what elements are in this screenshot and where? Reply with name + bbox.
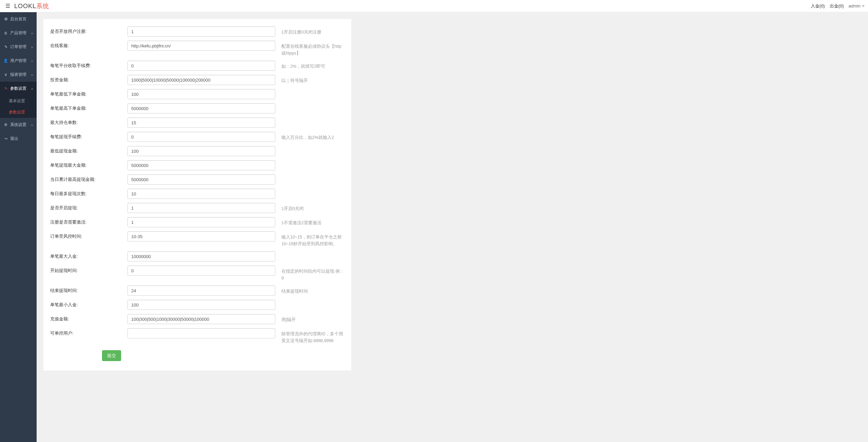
sidebar-item-0[interactable]: ❂后台首页: [0, 12, 37, 26]
nav-icon: ❂: [3, 17, 8, 21]
form-panel: 是否开放用户注册:1开启注册0关闭注册在线客服:配置在线客服必须协议头【http…: [43, 19, 351, 371]
submenu: 基本设置参数设置: [0, 96, 37, 118]
sidebar-item-1[interactable]: B产品管理▸: [0, 26, 37, 40]
caret-down-icon: [862, 5, 865, 7]
form-label: 单笔最小入金:: [50, 300, 127, 308]
form-input-18[interactable]: [127, 300, 275, 310]
form-input-wrap: [127, 286, 275, 296]
sidebar-link[interactable]: ⚙系统设置▸: [0, 118, 37, 132]
sidebar-item-3[interactable]: 👤用户管理▸: [0, 54, 37, 68]
form-input-wrap: [127, 300, 275, 310]
chevron-right-icon: ▸: [32, 73, 33, 77]
sidebar-link[interactable]: ❂后台首页: [0, 12, 37, 26]
form-input-2[interactable]: [127, 61, 275, 71]
form-help: 输入10~15，则订单在平仓之前10~15秒开始受到风控影响。: [275, 231, 344, 247]
form-input-20[interactable]: [127, 328, 275, 338]
form-help: 结束提现时间: [275, 286, 344, 295]
sidebar-item-7[interactable]: ↪退出: [0, 132, 37, 146]
chevron-right-icon: ▸: [32, 123, 33, 127]
form-row-8: 最低提现金额:: [50, 146, 344, 156]
form-row-2: 每笔平台收取手续费:如：2%，就填写2即可: [50, 61, 344, 71]
form-help: 1开启注册0关闭注册: [275, 26, 344, 36]
submenu-item-1[interactable]: 参数设置: [0, 107, 37, 118]
form-input-7[interactable]: [127, 132, 275, 142]
sidebar-item-6[interactable]: ⚙系统设置▸: [0, 118, 37, 132]
form-label: 单笔最大入金:: [50, 251, 127, 259]
form-input-wrap: [127, 61, 275, 71]
form-row-16: 开始提现时间:在指定的时间段内可以提现 例：9: [50, 266, 344, 281]
menu-toggle-icon[interactable]: ☰: [3, 3, 12, 9]
form-label: 单笔提现最大金额:: [50, 160, 127, 168]
form-help: 除管理员外的代理商ID，多个用英文逗号隔开如:8888,9999: [275, 328, 344, 344]
form-input-11[interactable]: [127, 189, 275, 199]
form-row-20: 可单控用户:除管理员外的代理商ID，多个用英文逗号隔开如:8888,9999: [50, 328, 344, 344]
form-input-9[interactable]: [127, 160, 275, 170]
sidebar-link[interactable]: ↪退出: [0, 132, 37, 146]
form-help: 在指定的时间段内可以提现 例：9: [275, 266, 344, 281]
form-input-0[interactable]: [127, 26, 275, 37]
form-input-4[interactable]: [127, 89, 275, 99]
form-input-14[interactable]: [127, 231, 275, 241]
form-row-13: 注册是否需要激活:1不需激活2需要激活: [50, 217, 344, 227]
nav-icon: ✎: [3, 45, 8, 49]
form-input-13[interactable]: [127, 217, 275, 227]
nav-icon: ↪: [3, 136, 8, 141]
form-label: 每日最多提现次数:: [50, 189, 127, 197]
form-input-6[interactable]: [127, 118, 275, 128]
form-help: [275, 160, 344, 163]
submenu-link[interactable]: 参数设置: [0, 107, 37, 118]
form-label: 最大持仓单数:: [50, 118, 127, 126]
sidebar-link[interactable]: B产品管理▸: [0, 26, 37, 40]
form-label: 当日累计最高提现金额:: [50, 174, 127, 183]
form-help: [275, 300, 344, 302]
form-help: [275, 189, 344, 191]
form-help: 1开启0关闭: [275, 203, 344, 212]
form-input-17[interactable]: [127, 286, 275, 296]
form-row-7: 每笔提现手续费:输入百分比，如2%就输入2: [50, 132, 344, 142]
submenu-item-0[interactable]: 基本设置: [0, 96, 37, 107]
nav-icon: ⚙: [3, 123, 8, 127]
form-input-8[interactable]: [127, 146, 275, 156]
deposit-link[interactable]: 入金(0): [811, 3, 825, 9]
form-input-wrap: [127, 26, 275, 37]
submenu-link[interactable]: 基本设置: [0, 96, 37, 107]
form-help: 1不需激活2需要激活: [275, 217, 344, 226]
form-help: [275, 146, 344, 148]
form-row-18: 单笔最小入金:: [50, 300, 344, 310]
form-label: 单笔最低下单金额:: [50, 89, 127, 97]
form-row-6: 最大持仓单数:: [50, 118, 344, 128]
sidebar-link[interactable]: ✎订单管理▸: [0, 40, 37, 54]
form-input-19[interactable]: [127, 314, 275, 324]
sidebar-link[interactable]: 👤用户管理▸: [0, 54, 37, 68]
form-input-5[interactable]: [127, 103, 275, 113]
form-row-19: 充值金额:用|隔开: [50, 314, 344, 324]
submit-button[interactable]: 提交: [102, 350, 121, 361]
nav-icon: ✎: [3, 86, 8, 91]
sidebar-item-2[interactable]: ✎订单管理▸: [0, 40, 37, 54]
sidebar-item-4[interactable]: ¥报表管理▸: [0, 68, 37, 82]
form-label: 充值金额:: [50, 314, 127, 322]
form-row-4: 单笔最低下单金额:: [50, 89, 344, 99]
sidebar: ❂后台首页B产品管理▸✎订单管理▸👤用户管理▸¥报表管理▸✎参数设置▸基本设置参…: [0, 12, 37, 377]
form-input-3[interactable]: [127, 75, 275, 85]
form-row-0: 是否开放用户注册:1开启注册0关闭注册: [50, 26, 344, 37]
form-input-15[interactable]: [127, 251, 275, 261]
form-input-wrap: [127, 41, 275, 51]
form-label: 订单受风控时间:: [50, 231, 127, 239]
sidebar-link[interactable]: ✎参数设置▸: [0, 82, 37, 96]
form-input-wrap: [127, 89, 275, 99]
form-help: [275, 89, 344, 91]
sidebar-link[interactable]: ¥报表管理▸: [0, 68, 37, 82]
sidebar-item-5[interactable]: ✎参数设置▸基本设置参数设置: [0, 82, 37, 118]
form-input-1[interactable]: [127, 41, 275, 51]
form-label: 最低提现金额:: [50, 146, 127, 154]
admin-dropdown[interactable]: admin: [849, 3, 865, 8]
form-input-wrap: [127, 251, 275, 261]
form-input-16[interactable]: [127, 266, 275, 276]
form-help: 配置在线客服必须协议头【http或htpps】: [275, 41, 344, 57]
form-input-wrap: [127, 146, 275, 156]
form-input-wrap: [127, 231, 275, 241]
form-input-12[interactable]: [127, 203, 275, 213]
withdraw-link[interactable]: 出金(0): [830, 3, 844, 9]
form-input-10[interactable]: [127, 174, 275, 185]
